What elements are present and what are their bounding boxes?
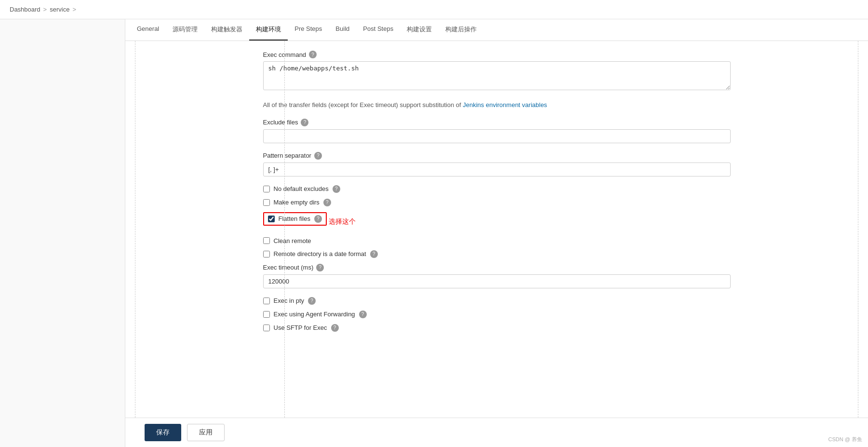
flatten-files-checkbox[interactable] <box>268 216 275 222</box>
exec-in-pty-label: Exec in pty <box>274 297 305 304</box>
clean-remote-label: Clean remote <box>274 237 311 244</box>
no-default-excludes-help-icon[interactable]: ? <box>333 185 340 193</box>
pattern-separator-help-icon[interactable]: ? <box>314 152 322 160</box>
exec-in-pty-help-icon[interactable]: ? <box>308 297 316 305</box>
pattern-separator-group: Pattern separator ? <box>263 152 731 176</box>
exec-timeout-group: Exec timeout (ms) ? <box>263 264 731 288</box>
pattern-separator-input[interactable] <box>263 163 731 176</box>
exec-agent-forwarding-item[interactable]: Exec using Agent Forwarding ? <box>263 311 731 318</box>
exec-timeout-help-icon[interactable]: ? <box>316 264 324 271</box>
breadcrumb-sep2: > <box>72 6 76 13</box>
exec-agent-forwarding-checkbox[interactable] <box>263 311 270 318</box>
make-empty-dirs-checkbox[interactable] <box>263 199 270 206</box>
apply-button[interactable]: 应用 <box>187 424 225 441</box>
remote-directory-checkbox[interactable] <box>263 251 270 257</box>
dashed-line-right <box>858 41 858 418</box>
tab-poststeps[interactable]: Post Steps <box>356 19 400 41</box>
flatten-files-wrapper: Flatten files ? <box>263 212 327 226</box>
dashed-line-left <box>135 41 135 418</box>
exec-timeout-input[interactable] <box>263 274 731 288</box>
exec-command-group: Exec command ? sh /home/webapps/test.sh <box>263 51 731 92</box>
flatten-files-label: Flatten files <box>279 215 310 222</box>
make-empty-dirs-item[interactable]: Make empty dirs ? <box>263 199 731 206</box>
exec-command-help-icon[interactable]: ? <box>309 51 317 58</box>
tab-postbuild[interactable]: 构建后操作 <box>439 19 483 41</box>
remote-directory-help-icon[interactable]: ? <box>370 250 378 258</box>
info-text: All of the transfer fields (except for E… <box>263 100 731 110</box>
exec-timeout-label: Exec timeout (ms) ? <box>263 264 731 271</box>
no-default-excludes-checkbox[interactable] <box>263 186 270 192</box>
remote-directory-item[interactable]: Remote directory is a date format ? <box>263 250 731 258</box>
exec-in-pty-checkbox[interactable] <box>263 298 270 304</box>
exec-command-input[interactable]: sh /home/webapps/test.sh <box>263 61 731 90</box>
exclude-files-label: Exclude files ? <box>263 119 731 126</box>
make-empty-dirs-help-icon[interactable]: ? <box>323 199 331 206</box>
jenkins-env-link[interactable]: Jenkins environment variables <box>463 101 547 108</box>
breadcrumb-dashboard[interactable]: Dashboard <box>10 6 40 13</box>
use-sftp-checkbox[interactable] <box>263 325 270 331</box>
tab-env[interactable]: 构建环境 <box>249 19 288 41</box>
annotation-text: 选择这个 <box>329 217 356 226</box>
exec-agent-forwarding-help-icon[interactable]: ? <box>359 311 367 318</box>
sidebar <box>0 19 125 447</box>
pattern-separator-label: Pattern separator ? <box>263 152 731 160</box>
form-section: Exec command ? sh /home/webapps/test.sh … <box>263 51 731 332</box>
make-empty-dirs-label: Make empty dirs <box>274 199 320 206</box>
exec-agent-forwarding-label: Exec using Agent Forwarding <box>274 311 355 318</box>
breadcrumb-service[interactable]: service <box>50 6 69 13</box>
breadcrumb: Dashboard > service > <box>0 0 868 19</box>
form-content: Exec command ? sh /home/webapps/test.sh … <box>125 41 868 418</box>
content-area: General 源码管理 构建触发器 构建环境 Pre Steps Build … <box>125 19 868 447</box>
use-sftp-item[interactable]: Use SFTP for Exec ? <box>263 324 731 332</box>
use-sftp-label: Use SFTP for Exec <box>274 324 327 331</box>
exclude-files-group: Exclude files ? <box>263 119 731 143</box>
watermark: CSDN @ 养鱼 <box>828 436 862 443</box>
exclude-files-help-icon[interactable]: ? <box>301 119 308 126</box>
no-default-excludes-label: No default excludes <box>274 185 329 192</box>
footer-bar: 保存 应用 <box>125 418 868 447</box>
exec-command-label: Exec command ? <box>263 51 731 58</box>
exclude-files-input[interactable] <box>263 129 731 143</box>
clean-remote-item[interactable]: Clean remote <box>263 237 731 244</box>
tab-general[interactable]: General <box>130 19 166 41</box>
save-button[interactable]: 保存 <box>145 424 181 441</box>
tab-bar: General 源码管理 构建触发器 构建环境 Pre Steps Build … <box>125 19 868 41</box>
exec-in-pty-item[interactable]: Exec in pty ? <box>263 297 731 305</box>
tab-trigger[interactable]: 构建触发器 <box>204 19 249 41</box>
breadcrumb-sep1: > <box>43 6 47 13</box>
no-default-excludes-item[interactable]: No default excludes ? <box>263 185 731 193</box>
flatten-files-help-icon[interactable]: ? <box>314 215 322 223</box>
flatten-files-row: Flatten files ? 选择这个 <box>263 212 731 231</box>
clean-remote-checkbox[interactable] <box>263 237 270 244</box>
remote-directory-label: Remote directory is a date format <box>274 250 366 257</box>
tab-build[interactable]: Build <box>329 19 356 41</box>
use-sftp-help-icon[interactable]: ? <box>331 324 339 332</box>
tab-presteps[interactable]: Pre Steps <box>288 19 329 41</box>
tab-source[interactable]: 源码管理 <box>166 19 204 41</box>
tab-settings[interactable]: 构建设置 <box>400 19 439 41</box>
